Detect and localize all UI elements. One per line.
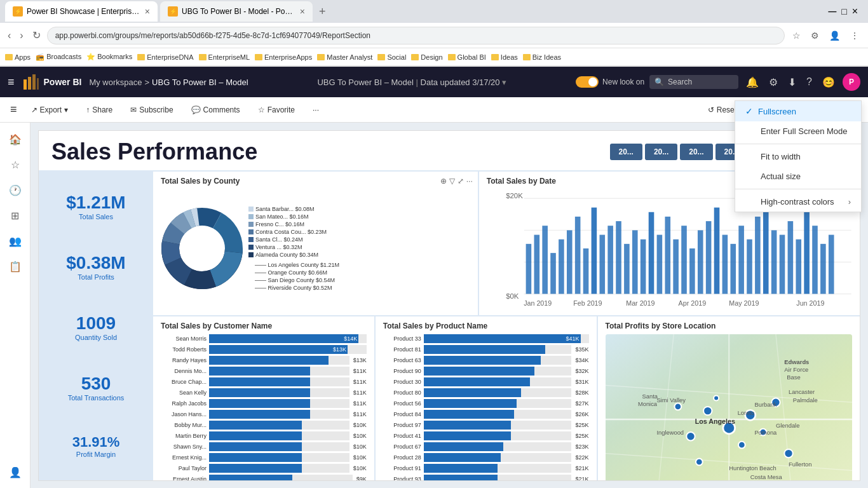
list-item: Bruce Chap... $11K <box>161 377 367 386</box>
profile-button[interactable]: 👤 <box>825 28 844 43</box>
bookmark-social[interactable]: Social <box>377 53 406 61</box>
more-options-button[interactable]: ··· <box>309 103 323 117</box>
county-chart-icons: ⊕ ▽ ⤢ ··· <box>440 177 473 186</box>
kpi-transactions-value: 530 <box>49 374 143 394</box>
list-item: Product 91 $21K <box>383 464 589 473</box>
browser-toolbar: ‹ › ↻ ☆ ⚙ 👤 ⋮ <box>0 23 868 48</box>
tab-close-2[interactable]: × <box>300 6 305 17</box>
svg-text:Pomona: Pomona <box>754 430 777 436</box>
more-button[interactable]: ⋮ <box>846 28 863 43</box>
svg-rect-29 <box>591 208 597 294</box>
sidebar-hamburger[interactable]: ≡ <box>8 76 15 89</box>
map-chart-title: Total Profits by Store Location <box>606 322 853 330</box>
bookmark-ideas[interactable]: Ideas <box>491 53 518 61</box>
extensions-button[interactable]: ⚙ <box>807 28 823 43</box>
county-chart-expand-icon[interactable]: ⤢ <box>458 177 464 186</box>
maximize-button[interactable]: □ <box>841 6 846 17</box>
county-chart-more-icon[interactable]: ··· <box>466 177 473 186</box>
kpi-total-profits-label: Total Profits <box>49 273 143 281</box>
bar-track <box>424 377 572 386</box>
nav-my-workspace[interactable]: My workspace <box>89 78 142 87</box>
app-sidebar: 🏠 ☆ 🕐 ⊞ 👥 📋 👤 <box>0 123 31 488</box>
tab-inactive[interactable]: ⚡ Power BI Showcase | Enterprise L... × <box>5 1 158 22</box>
search-box[interactable]: 🔍 Search <box>649 75 738 89</box>
export-button[interactable]: ↗ Export ▾ <box>27 103 72 117</box>
list-item: Ralph Jacobs $11K <box>161 399 367 408</box>
tab-active[interactable]: ⚡ UBG To Power BI - Model - Powe... × <box>160 1 313 22</box>
nav-report-name: UBG To Power BI – Model <box>152 78 248 87</box>
bookmark-enterpriseml[interactable]: EnterpriseML <box>199 53 250 61</box>
back-button[interactable]: ‹ <box>5 27 13 44</box>
new-tab-button[interactable]: + <box>315 5 330 18</box>
svg-text:Loreto: Loreto <box>737 410 754 416</box>
sidebar-workspace-icon[interactable]: 📋 <box>4 255 27 278</box>
close-window-button[interactable]: × <box>852 6 858 17</box>
bookmark-enterprisedna[interactable]: EnterpriseDNA <box>137 53 193 61</box>
product-bar-chart: Product 33 $41K Product 81 <box>383 334 589 480</box>
toggle-switch[interactable] <box>576 76 599 88</box>
new-look-toggle[interactable]: New look on <box>576 76 644 88</box>
map-container[interactable]: Edwards Air Force Base Lancaster Palmdal… <box>606 334 853 480</box>
view-actual-size-item[interactable]: Actual size <box>735 166 861 186</box>
bookmark-enterpriseapps[interactable]: EnterpriseApps <box>255 53 312 61</box>
sidebar-user-icon[interactable]: 👤 <box>4 461 27 484</box>
sidebar-toggle-button[interactable]: ≡ <box>10 103 17 116</box>
year-filter-2[interactable]: 20... <box>645 144 677 160</box>
year-filter-1[interactable]: 20... <box>610 144 642 160</box>
high-contrast-arrow: › <box>848 197 851 207</box>
minimize-button[interactable]: ─ <box>828 5 836 18</box>
bookmark-master-analyst[interactable]: Master Analyst <box>317 53 372 61</box>
favorite-icon: ☆ <box>258 105 265 114</box>
settings-button[interactable]: ⚙ <box>766 74 780 91</box>
bookmark-bookmarks[interactable]: ⭐ Bookmarks <box>86 53 132 61</box>
bar-track: $41K <box>424 334 589 343</box>
county-chart-focus-icon[interactable]: ⊕ <box>440 177 447 186</box>
bar-track <box>424 410 572 419</box>
favorite-button[interactable]: ☆ Favorite <box>254 103 299 117</box>
year-filter-3[interactable]: 20... <box>680 144 712 160</box>
sidebar-star-icon[interactable]: ☆ <box>4 153 27 176</box>
svg-point-73 <box>703 407 712 415</box>
help-button[interactable]: ? <box>804 74 815 90</box>
svg-text:Los Angeles: Los Angeles <box>695 417 735 425</box>
comments-button[interactable]: 💬 Comments <box>187 103 244 117</box>
bookmark-button[interactable]: ☆ <box>789 28 804 43</box>
user-avatar[interactable]: P <box>843 73 860 91</box>
bar-track <box>209 377 349 386</box>
forward-button[interactable]: › <box>17 27 25 44</box>
address-bar[interactable] <box>47 27 785 44</box>
list-item: Product 33 $41K <box>383 334 589 343</box>
sidebar-apps-icon[interactable]: ⊞ <box>4 204 27 227</box>
reload-button[interactable]: ↻ <box>30 27 43 44</box>
subscribe-button[interactable]: ✉ Subscribe <box>126 103 177 117</box>
bar-track <box>209 388 349 397</box>
view-fullscreen-item[interactable]: ✓ Fullscreen <box>735 101 861 121</box>
share-button[interactable]: ↑ Share <box>82 103 116 117</box>
download-button[interactable]: ⬇ <box>785 74 799 91</box>
view-enter-fullscreen-item[interactable]: Enter Full Screen Mode <box>735 121 861 141</box>
bookmark-biz-ideas[interactable]: Biz Ideas <box>523 53 561 61</box>
sidebar-clock-icon[interactable]: 🕐 <box>4 179 27 201</box>
svg-rect-36 <box>648 212 654 294</box>
svg-rect-35 <box>641 240 646 294</box>
list-item: Jason Hans... $11K <box>161 410 367 419</box>
bookmark-broadcasts[interactable]: 📻 Broadcasts <box>36 53 81 61</box>
svg-rect-40 <box>681 226 687 294</box>
list-item: Randy Hayes $13K <box>161 356 367 365</box>
bookmark-global-bi[interactable]: Global BI <box>448 53 486 61</box>
svg-rect-41 <box>689 248 695 294</box>
bookmark-design[interactable]: Design <box>411 53 442 61</box>
export-chevron: ▾ <box>64 105 68 114</box>
view-high-contrast-item[interactable]: High-contrast colors › <box>735 192 861 212</box>
tab-close-1[interactable]: × <box>145 6 150 17</box>
view-fit-width-item[interactable]: Fit to width <box>735 147 861 166</box>
bookmark-apps[interactable]: Apps <box>5 53 31 61</box>
svg-text:Feb 2019: Feb 2019 <box>573 299 602 307</box>
customer-bar-chart: Sean Morris $14K Todd Roberts $13K <box>161 334 367 480</box>
sidebar-search-people-icon[interactable]: 👥 <box>4 229 27 252</box>
product-chart-panel: Total Sales by Product Name Product 33 $… <box>376 316 598 480</box>
sidebar-home-icon[interactable]: 🏠 <box>4 128 27 151</box>
notifications-button[interactable]: 🔔 <box>743 74 761 91</box>
feedback-button[interactable]: 😊 <box>820 74 837 91</box>
county-chart-filter-icon[interactable]: ▽ <box>449 177 455 186</box>
